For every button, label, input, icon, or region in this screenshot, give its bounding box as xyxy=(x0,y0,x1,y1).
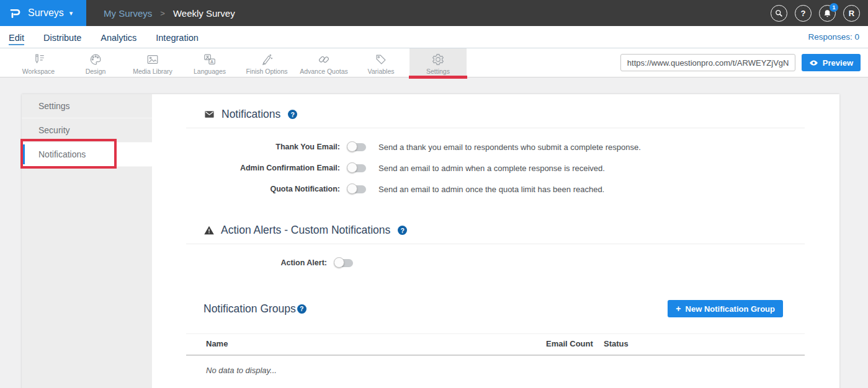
search-button[interactable] xyxy=(771,5,787,22)
media-library-icon xyxy=(146,53,159,66)
sidebar-item-settings[interactable]: Settings xyxy=(22,94,152,118)
breadcrumb-my-surveys[interactable]: My Surveys xyxy=(104,8,152,19)
action-alert-row: Action Alert: xyxy=(186,257,805,269)
quota-notification-description: Send an email to admin once the quota li… xyxy=(378,185,604,194)
admin-confirmation-email-row: Admin Confirmation Email: Send an email … xyxy=(186,162,805,174)
admin-confirmation-email-toggle[interactable] xyxy=(347,164,366,172)
thank-you-email-toggle[interactable] xyxy=(347,143,366,151)
action-alert-toggle[interactable] xyxy=(334,259,353,267)
toolbar-advance-quotas[interactable]: Advance Quotas xyxy=(295,48,352,77)
settings-sidebar: Settings Security Notifications xyxy=(22,94,152,388)
toolbar-design[interactable]: Design xyxy=(67,48,124,77)
question-mark-icon: ? xyxy=(801,9,806,18)
edit-toolbar: Workspace Design Media Library A Languag… xyxy=(0,48,868,77)
toolbar-finish-options[interactable]: Finish Options xyxy=(238,48,295,77)
notification-groups-help-icon[interactable]: ? xyxy=(297,304,306,314)
annotation-underline xyxy=(409,76,467,79)
survey-nav-bar: Edit Distribute Analytics Integration Re… xyxy=(0,26,868,48)
notifications-help-icon[interactable]: ? xyxy=(288,110,297,119)
sidebar-item-security-label: Security xyxy=(38,125,70,135)
product-switcher[interactable]: Surveys ▾ xyxy=(0,0,86,26)
sidebar-item-security[interactable]: Security xyxy=(22,118,152,143)
notification-count-badge: 1 xyxy=(830,3,838,12)
user-avatar[interactable]: R xyxy=(843,5,860,22)
toolbar-workspace[interactable]: Workspace xyxy=(10,48,67,77)
notifications-title: Notifications xyxy=(221,108,280,121)
column-header-status: Status xyxy=(604,339,805,348)
toolbar-advance-quotas-label: Advance Quotas xyxy=(300,68,348,75)
help-button[interactable]: ? xyxy=(795,5,812,22)
toggle-knob xyxy=(334,257,344,268)
quota-notification-row: Quota Notification: Send an email to adm… xyxy=(186,183,805,195)
sidebar-item-notifications-label: Notifications xyxy=(38,149,86,159)
avatar-initial: R xyxy=(849,9,854,18)
notification-groups-header: Notification Groups ? + New Notification… xyxy=(186,300,805,317)
envelope-icon xyxy=(204,109,215,120)
quota-notification-toggle[interactable] xyxy=(347,185,366,193)
section-action-alerts: Action Alerts - Custom Notifications ? A… xyxy=(186,224,805,269)
page-background: Settings Security Notifications Notifica… xyxy=(0,77,868,388)
advance-quotas-icon xyxy=(317,53,331,66)
toolbar-variables[interactable]: Variables xyxy=(352,48,409,77)
toolbar-media-library-label: Media Library xyxy=(133,68,172,75)
caret-down-icon: ▾ xyxy=(69,9,73,17)
notification-groups-title: Notification Groups xyxy=(204,302,296,315)
sidebar-item-notifications[interactable]: Notifications xyxy=(22,143,152,167)
toolbar-settings[interactable]: Settings xyxy=(409,48,467,77)
admin-confirmation-email-description: Send an email to admin when a complete r… xyxy=(378,164,605,173)
questionpro-logo-icon xyxy=(9,7,22,20)
toggle-knob xyxy=(347,141,357,152)
breadcrumb: My Surveys > Weekly Survey xyxy=(104,8,235,19)
action-alerts-header: Action Alerts - Custom Notifications ? xyxy=(204,224,805,237)
workspace-icon xyxy=(32,53,45,66)
eye-icon xyxy=(809,58,818,68)
toolbar-settings-label: Settings xyxy=(426,68,450,75)
column-header-email-count: Email Count xyxy=(546,339,604,348)
variables-icon xyxy=(374,53,388,66)
notifications-header: Notifications ? xyxy=(204,108,805,121)
toolbar-languages[interactable]: A Languages xyxy=(181,48,238,77)
section-notifications: Notifications ? Thank You Email: Send a … xyxy=(186,108,805,195)
action-alerts-help-icon[interactable]: ? xyxy=(398,226,407,235)
settings-content: Notifications ? Thank You Email: Send a … xyxy=(152,94,839,388)
empty-table-message: No data to display... xyxy=(186,356,805,375)
thank-you-email-label: Thank You Email: xyxy=(186,143,340,151)
search-icon xyxy=(774,9,784,18)
divider xyxy=(186,244,805,244)
notifications-button[interactable]: 1 xyxy=(819,5,836,22)
toolbar-finish-options-label: Finish Options xyxy=(246,68,287,75)
responses-count[interactable]: Responses: 0 xyxy=(808,32,859,42)
action-alert-label: Action Alert: xyxy=(186,258,327,267)
new-notification-group-label: New Notification Group xyxy=(686,304,775,314)
toolbar-design-label: Design xyxy=(86,68,106,75)
plus-icon: + xyxy=(676,304,681,314)
toolbar-languages-label: Languages xyxy=(194,68,226,75)
top-icon-group: ? 1 R xyxy=(763,5,860,22)
tab-edit[interactable]: Edit xyxy=(9,29,24,45)
top-bar: Surveys ▾ My Surveys > Weekly Survey ? 1… xyxy=(0,0,868,26)
preview-button[interactable]: Preview xyxy=(802,54,861,71)
app-window: Surveys ▾ My Surveys > Weekly Survey ? 1… xyxy=(0,0,868,388)
toolbar-workspace-label: Workspace xyxy=(22,68,55,75)
breadcrumb-survey-name: Weekly Survey xyxy=(173,8,235,19)
toolbar-variables-label: Variables xyxy=(368,68,395,75)
tab-distribute[interactable]: Distribute xyxy=(43,29,81,45)
warning-triangle-icon xyxy=(204,225,215,236)
design-icon xyxy=(89,53,102,66)
divider xyxy=(186,128,805,128)
thank-you-email-description: Send a thank you email to respondents wh… xyxy=(378,143,641,152)
settings-gear-icon xyxy=(431,53,445,66)
tab-integration[interactable]: Integration xyxy=(156,29,199,45)
toolbar-media-library[interactable]: Media Library xyxy=(124,48,181,77)
new-notification-group-button[interactable]: + New Notification Group xyxy=(668,300,783,317)
sidebar-item-settings-label: Settings xyxy=(38,101,70,111)
thank-you-email-row: Thank You Email: Send a thank you email … xyxy=(186,141,805,153)
survey-url-input[interactable] xyxy=(620,54,795,71)
settings-card: Settings Security Notifications Notifica… xyxy=(22,94,839,388)
column-header-name: Name xyxy=(206,339,546,348)
languages-icon: A xyxy=(203,53,217,66)
action-alerts-title: Action Alerts - Custom Notifications xyxy=(221,224,390,237)
tab-analytics[interactable]: Analytics xyxy=(101,29,136,45)
finish-options-icon xyxy=(260,53,274,66)
toggle-knob xyxy=(347,162,357,173)
